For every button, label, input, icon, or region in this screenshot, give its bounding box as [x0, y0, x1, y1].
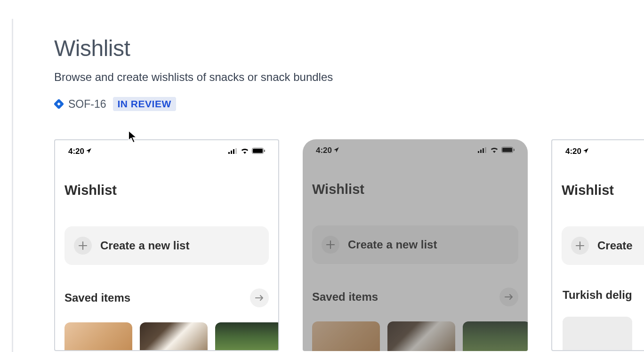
item-thumbnail[interactable]: [312, 321, 380, 351]
create-list-button[interactable]: Create a new list: [64, 226, 269, 265]
svg-rect-2: [228, 152, 230, 154]
item-thumbnail[interactable]: [64, 322, 132, 351]
page-subtitle: Browse and create wishlists of snacks or…: [54, 71, 644, 84]
plus-icon: [74, 237, 92, 255]
location-arrow-icon: [333, 147, 339, 154]
page-title: Wishlist: [54, 35, 644, 61]
mockup-screen-3[interactable]: 4:20 Wishlist Create Turkish delig: [551, 139, 644, 351]
arrow-right-button[interactable]: [250, 288, 269, 307]
svg-rect-11: [483, 148, 484, 153]
item-thumbnail[interactable]: [140, 322, 208, 351]
status-icons: [478, 146, 515, 155]
svg-rect-12: [485, 147, 486, 153]
saved-items-title: Saved items: [312, 290, 378, 304]
wifi-icon: [241, 147, 249, 156]
arrow-right-button[interactable]: [499, 288, 518, 306]
app-title: Wishlist: [55, 160, 278, 206]
status-time: 4:20: [316, 146, 339, 155]
mockups-row: 4:20 Wishlist: [54, 139, 644, 351]
location-arrow-icon: [86, 148, 92, 155]
location-arrow-icon: [583, 148, 589, 155]
status-badge[interactable]: IN REVIEW: [113, 97, 176, 111]
svg-rect-14: [502, 148, 512, 152]
wifi-icon: [490, 146, 499, 155]
svg-rect-15: [514, 149, 515, 151]
section-title: Turkish delig: [552, 265, 644, 307]
svg-rect-8: [264, 150, 265, 152]
phone-status-bar: 4:20: [552, 140, 644, 160]
saved-items-row: [303, 312, 528, 351]
phone-status-bar: 4:20: [303, 139, 528, 159]
saved-items-header: Saved items: [55, 265, 278, 313]
item-thumbnail[interactable]: [463, 321, 528, 351]
left-guide-border: [12, 19, 13, 352]
status-icons: [228, 147, 265, 156]
svg-rect-4: [233, 149, 234, 154]
svg-rect-10: [480, 150, 482, 153]
item-thumbnail-placeholder[interactable]: [563, 317, 632, 351]
battery-icon: [501, 146, 515, 155]
create-list-button[interactable]: Create: [562, 226, 644, 265]
status-time-text: 4:20: [68, 147, 84, 156]
status-time: 4:20: [68, 147, 92, 156]
story-id[interactable]: SOF-16: [68, 98, 106, 111]
svg-rect-9: [478, 151, 479, 153]
jira-story-icon: [54, 99, 64, 109]
plus-icon: [322, 236, 339, 254]
saved-items-row: [55, 313, 278, 351]
cellular-signal-icon: [478, 146, 487, 155]
mockup-screen-2[interactable]: 4:20 Wishlist: [303, 139, 528, 351]
item-thumbnail[interactable]: [387, 321, 455, 351]
status-time-text: 4:20: [316, 146, 332, 155]
item-thumbnail[interactable]: [215, 322, 279, 351]
plus-icon: [571, 237, 589, 255]
svg-rect-7: [253, 149, 263, 153]
svg-rect-5: [235, 148, 237, 154]
page-content: Wishlist Browse and create wishlists of …: [0, 0, 644, 351]
create-list-label: Create a new list: [100, 239, 189, 252]
phone-status-bar: 4:20: [55, 140, 278, 160]
meta-row: SOF-16 IN REVIEW: [54, 97, 644, 111]
create-list-button[interactable]: Create a new list: [312, 225, 518, 264]
create-list-label: Create: [597, 239, 633, 252]
svg-rect-3: [231, 151, 232, 154]
app-title: Wishlist: [303, 159, 528, 205]
battery-icon: [252, 147, 265, 156]
cellular-signal-icon: [228, 147, 238, 156]
status-time: 4:20: [565, 147, 589, 156]
saved-items-header: Saved items: [303, 264, 528, 312]
status-time-text: 4:20: [565, 147, 581, 156]
saved-items-title: Saved items: [64, 291, 130, 304]
mockup-screen-1[interactable]: 4:20 Wishlist: [54, 139, 279, 351]
app-title: Wishlist: [552, 160, 644, 206]
create-list-label: Create a new list: [348, 238, 437, 251]
